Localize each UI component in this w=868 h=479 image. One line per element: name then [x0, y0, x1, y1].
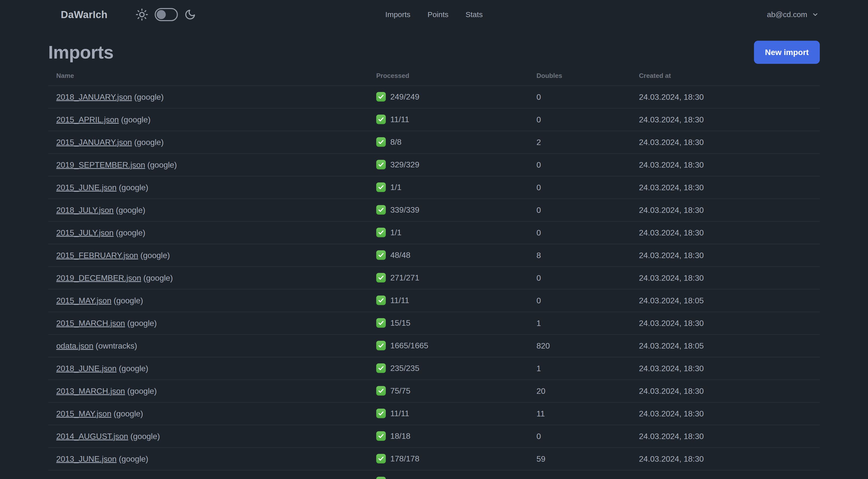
doubles-count: 2 — [536, 138, 541, 147]
created-at-cell: 24.03.2024, 18:05 — [631, 296, 820, 305]
name-cell: 2015_MAY.json (google) — [48, 409, 368, 418]
created-at-value: 24.03.2024, 18:30 — [639, 432, 704, 441]
import-file-link[interactable]: 2015_APRIL.json — [56, 115, 119, 124]
table-row: 2018_JULY.json (google) 339/339 0 24.03.… — [48, 199, 820, 222]
nav-link-stats[interactable]: Stats — [466, 10, 483, 19]
processed-cell: 11/11 — [368, 409, 528, 419]
page-header: Imports New import — [48, 41, 820, 63]
processed-cell: 235/235 — [368, 363, 528, 373]
created-at-cell: 24.03.2024, 18:30 — [631, 273, 820, 283]
created-at-value: 24.03.2024, 18:30 — [639, 273, 704, 282]
processed-count: 15/15 — [390, 319, 410, 328]
import-source-label: (google) — [119, 183, 148, 192]
name-cell: 2015_MAY.json (google) — [48, 296, 368, 305]
name-cell: 2013_JUNE.json (google) — [48, 454, 368, 464]
created-at-value: 24.03.2024, 18:30 — [639, 251, 704, 260]
processed-count: 235/235 — [390, 364, 420, 373]
nav-link-imports[interactable]: Imports — [385, 10, 410, 19]
processed-count: 11/11 — [390, 115, 409, 124]
import-file-link[interactable]: 2015_JUNE.json — [56, 183, 117, 192]
processed-count: 339/339 — [390, 205, 420, 215]
processed-cell: 48/48 — [368, 250, 528, 260]
processed-cell: 1/1 — [368, 182, 528, 192]
name-cell: 2015_APRIL.json (google) — [48, 115, 368, 124]
created-at-cell: 24.03.2024, 18:30 — [631, 454, 820, 464]
processed-count: 178/178 — [390, 454, 420, 463]
created-at-cell: 24.03.2024, 18:30 — [631, 115, 820, 124]
processed-cell: 249/249 — [368, 92, 528, 102]
main-content: Imports New import Name Processed Double… — [48, 29, 820, 479]
user-dropdown-trigger[interactable]: ab@cd.com — [767, 10, 819, 19]
new-import-button[interactable]: New import — [754, 41, 820, 64]
import-file-link[interactable]: 2014_AUGUST.json — [56, 432, 128, 441]
check-icon — [376, 137, 386, 147]
doubles-cell: 820 — [528, 341, 631, 351]
import-file-link[interactable]: 2013_MARCH.json — [56, 387, 125, 395]
nav-link-points[interactable]: Points — [428, 10, 448, 19]
created-at-cell: 24.03.2024, 18:30 — [631, 409, 820, 418]
table-header-row: Name Processed Doubles Created at — [48, 66, 820, 86]
check-icon — [376, 228, 386, 237]
doubles-cell: 1 — [528, 364, 631, 373]
processed-count: 1665/1665 — [390, 341, 428, 350]
table-row-partial — [48, 471, 820, 479]
import-file-link[interactable]: 2018_JANUARY.json — [56, 92, 132, 101]
doubles-cell: 0 — [528, 296, 631, 305]
processed-count: 271/271 — [390, 273, 420, 282]
import-file-link[interactable]: 2015_FEBRUARY.json — [56, 251, 138, 260]
app-logo[interactable]: DaWarIch — [61, 9, 107, 20]
toggle-knob — [157, 10, 166, 19]
table-row: 2015_JANUARY.json (google) 8/8 2 24.03.2… — [48, 131, 820, 154]
doubles-count: 0 — [536, 160, 541, 169]
import-file-link[interactable]: 2018_JULY.json — [56, 206, 114, 215]
check-icon — [376, 250, 386, 260]
import-file-link[interactable]: 2015_MAY.json — [56, 296, 111, 305]
name-cell: 2015_JUNE.json (google) — [48, 183, 368, 192]
doubles-count: 0 — [536, 273, 541, 282]
doubles-cell: 2 — [528, 138, 631, 147]
created-at-value: 24.03.2024, 18:30 — [639, 319, 704, 328]
import-file-link[interactable]: 2013_JUNE.json — [56, 454, 117, 463]
doubles-cell: 0 — [528, 115, 631, 124]
import-file-link[interactable]: 2019_SEPTEMBER.json — [56, 160, 145, 169]
import-file-link[interactable]: 2018_JUNE.json — [56, 364, 117, 373]
table-row: 2015_MARCH.json (google) 15/15 1 24.03.2… — [48, 312, 820, 335]
processed-cell: 15/15 — [368, 318, 528, 328]
table-row: 2015_MAY.json (google) 11/11 0 24.03.202… — [48, 290, 820, 312]
import-file-link[interactable]: 2015_JULY.json — [56, 228, 114, 237]
import-source-label: (google) — [119, 454, 148, 463]
sun-icon — [135, 8, 148, 21]
import-file-link[interactable]: odata.json — [56, 341, 93, 350]
created-at-value: 24.03.2024, 18:30 — [639, 228, 704, 237]
doubles-count: 1 — [536, 319, 541, 328]
processed-count: 11/11 — [390, 296, 409, 305]
name-cell: odata.json (owntracks) — [48, 341, 368, 351]
import-file-link[interactable]: 2015_JANUARY.json — [56, 138, 132, 147]
name-cell: 2013_MARCH.json (google) — [48, 387, 368, 396]
import-source-label: (google) — [141, 251, 170, 260]
created-at-value: 24.03.2024, 18:30 — [639, 387, 704, 395]
table-row: 2018_JANUARY.json (google) 249/249 0 24.… — [48, 86, 820, 109]
table-row: 2014_AUGUST.json (google) 18/18 0 24.03.… — [48, 425, 820, 448]
check-icon — [376, 318, 386, 328]
doubles-count: 0 — [536, 432, 541, 441]
import-file-link[interactable]: 2019_DECEMBER.json — [56, 273, 141, 282]
import-source-label: (google) — [134, 92, 163, 101]
created-at-value: 24.03.2024, 18:30 — [639, 138, 704, 147]
doubles-cell: 0 — [528, 228, 631, 238]
theme-toggle[interactable] — [155, 8, 178, 21]
created-at-cell: 24.03.2024, 18:30 — [631, 183, 820, 192]
user-email: ab@cd.com — [767, 10, 807, 19]
name-cell: 2018_JULY.json (google) — [48, 206, 368, 215]
import-file-link[interactable]: 2015_MAY.json — [56, 409, 111, 418]
created-at-cell: 24.03.2024, 18:30 — [631, 228, 820, 238]
created-at-value: 24.03.2024, 18:05 — [639, 296, 704, 305]
table-row: 2015_JUNE.json (google) 1/1 0 24.03.2024… — [48, 176, 820, 199]
doubles-count: 20 — [536, 387, 546, 395]
processed-count: 329/329 — [390, 160, 420, 169]
import-file-link[interactable]: 2015_MARCH.json — [56, 319, 125, 328]
processed-cell: 271/271 — [368, 273, 528, 283]
import-source-label: (google) — [127, 319, 157, 328]
processed-count: 1/1 — [390, 183, 401, 192]
table-row: 2015_APRIL.json (google) 11/11 0 24.03.2… — [48, 109, 820, 131]
